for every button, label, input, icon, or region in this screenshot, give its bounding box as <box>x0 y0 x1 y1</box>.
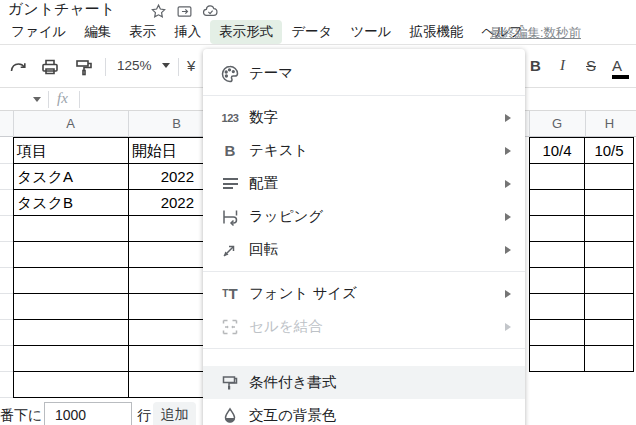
cell-b2-value: 2022 <box>129 164 194 189</box>
submenu-arrow-icon <box>505 180 511 188</box>
menu-item-label: テキスト <box>249 141 308 160</box>
rotate-icon <box>217 240 243 260</box>
menu-item-label: テーマ <box>249 64 293 83</box>
empty-cell[interactable] <box>530 190 585 216</box>
separator <box>79 91 80 108</box>
menu-file[interactable]: ファイル <box>2 20 75 44</box>
empty-cell[interactable] <box>14 372 129 398</box>
empty-cell[interactable] <box>129 216 212 242</box>
align-icon <box>217 176 243 192</box>
menu-item-wrapping[interactable]: ラッピング <box>203 200 525 233</box>
empty-cell[interactable] <box>14 294 129 320</box>
menu-extensions[interactable]: 拡張機能 <box>401 20 473 44</box>
redo-icon[interactable] <box>8 57 28 81</box>
empty-cell[interactable] <box>585 216 634 242</box>
zoom-select[interactable]: 125% <box>117 58 170 73</box>
print-icon[interactable] <box>40 57 60 81</box>
menu-separator <box>203 271 525 272</box>
menu-tools[interactable]: ツール <box>341 20 400 44</box>
cell-h1[interactable]: 10/5 <box>585 138 634 164</box>
currency-format-button[interactable]: ¥ <box>187 57 195 74</box>
menu-insert[interactable]: 挿入 <box>165 20 210 44</box>
empty-cell[interactable] <box>14 320 129 346</box>
gantt-table-right: 10/4 10/5 <box>529 137 634 372</box>
toolbar-separator <box>105 58 106 76</box>
column-header-h[interactable]: H <box>585 111 634 137</box>
empty-cell[interactable] <box>129 372 212 398</box>
menu-separator <box>203 348 525 349</box>
cell-a3[interactable]: タスクB <box>14 190 129 216</box>
menu-item-alignment[interactable]: 配置 <box>203 167 525 200</box>
numbers-123-icon: 123 <box>217 112 243 124</box>
text-color-button[interactable]: A <box>612 57 629 79</box>
cell-b1[interactable]: 開始日 <box>129 138 212 164</box>
empty-cell[interactable] <box>129 320 212 346</box>
document-title[interactable]: ガントチャート <box>8 0 115 19</box>
empty-cell[interactable] <box>530 294 585 320</box>
submenu-arrow-icon <box>505 213 511 221</box>
menu-item-font-size[interactable]: TT フォント サイズ <box>203 277 525 310</box>
menu-edit[interactable]: 編集 <box>75 20 120 44</box>
cell-a1[interactable]: 項目 <box>14 138 129 164</box>
empty-cell[interactable] <box>585 190 634 216</box>
empty-cell[interactable] <box>14 216 129 242</box>
menu-item-theme[interactable]: テーマ <box>203 57 525 90</box>
submenu-arrow-icon <box>505 290 511 298</box>
empty-cell[interactable] <box>585 320 634 346</box>
bold-icon: B <box>217 142 243 159</box>
menu-view[interactable]: 表示 <box>120 20 165 44</box>
empty-cell[interactable] <box>129 268 212 294</box>
cell-a2[interactable]: タスクA <box>14 164 129 190</box>
cell-b3-value: 2022 <box>129 190 194 215</box>
empty-cell[interactable] <box>585 294 634 320</box>
text-color-letter: A <box>612 57 622 74</box>
menu-item-conditional-formatting[interactable]: 条件付き書式 <box>203 366 525 399</box>
empty-cell[interactable] <box>530 216 585 242</box>
bold-button[interactable]: B <box>530 57 541 74</box>
paint-format-icon[interactable] <box>74 57 94 81</box>
menu-item-text[interactable]: B テキスト <box>203 134 525 167</box>
empty-cell[interactable] <box>14 242 129 268</box>
italic-button[interactable]: I <box>560 57 565 74</box>
empty-cell[interactable] <box>530 346 585 372</box>
name-box-dropdown-icon[interactable] <box>33 97 41 102</box>
empty-cell[interactable] <box>14 268 129 294</box>
empty-cell[interactable] <box>530 164 585 190</box>
empty-cell[interactable] <box>530 242 585 268</box>
menu-item-label: 数字 <box>249 108 278 127</box>
empty-cell[interactable] <box>129 346 212 372</box>
submenu-arrow-icon <box>505 147 511 155</box>
empty-cell[interactable] <box>585 242 634 268</box>
empty-cell[interactable] <box>129 294 212 320</box>
empty-cell[interactable] <box>530 320 585 346</box>
column-header-g[interactable]: G <box>529 111 585 137</box>
empty-cell[interactable] <box>14 346 129 372</box>
empty-cell[interactable] <box>129 242 212 268</box>
star-icon[interactable] <box>150 3 167 20</box>
add-rows-button[interactable]: 追加 <box>153 402 196 425</box>
empty-cell[interactable] <box>585 346 634 372</box>
add-rows-prefix: 番下に <box>0 407 42 425</box>
add-rows-bar: 番下に 行 追加 <box>0 399 203 425</box>
row-count-input[interactable] <box>44 402 132 425</box>
menu-item-label: ラッピング <box>249 207 323 226</box>
empty-cell[interactable] <box>530 268 585 294</box>
strikethrough-button[interactable]: S <box>586 57 596 74</box>
move-to-folder-icon[interactable] <box>176 3 193 20</box>
menu-item-label: 交互の背景色 <box>249 406 336 425</box>
empty-cell[interactable] <box>585 164 634 190</box>
menu-item-rotation[interactable]: 回転 <box>203 233 525 266</box>
submenu-arrow-icon <box>505 323 511 331</box>
empty-cell[interactable] <box>585 268 634 294</box>
cloud-saved-icon[interactable] <box>202 3 219 20</box>
cell-b2[interactable]: 2022 <box>129 164 212 190</box>
cell-g1[interactable]: 10/4 <box>530 138 585 164</box>
menu-data[interactable]: データ <box>282 20 341 44</box>
menu-item-alternating-colors[interactable]: 交互の背景色 <box>203 399 525 425</box>
column-header-a[interactable]: A <box>13 111 128 137</box>
menu-item-number[interactable]: 123 数字 <box>203 101 525 134</box>
menu-separator <box>203 95 525 96</box>
last-edit-link[interactable]: 最終編集:数秒前 <box>490 25 581 42</box>
menu-format[interactable]: 表示形式 <box>210 20 282 44</box>
cell-b3[interactable]: 2022 <box>129 190 212 216</box>
